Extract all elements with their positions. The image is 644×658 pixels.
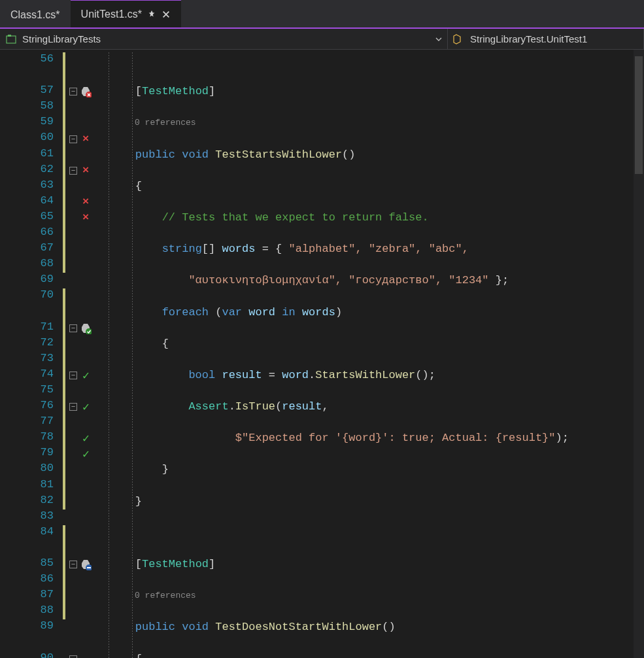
fold-toggle[interactable]: − [69, 372, 77, 379]
codelens[interactable]: 0 references [109, 588, 644, 604]
project-icon [5, 33, 17, 45]
class-icon [453, 33, 465, 45]
codelens[interactable]: 0 references [109, 115, 644, 131]
tab-bar: Class1.cs* UnitTest1.cs* [0, 0, 644, 29]
chevron-down-icon [435, 33, 442, 44]
editor-margin: − −× −× × × − −✓ −✓ ✓ ✓ [63, 50, 109, 658]
pass-check-icon: ✓ [82, 447, 90, 461]
fold-toggle[interactable]: − [69, 403, 77, 411]
line-number: 56 [0, 52, 63, 68]
scrollbar-thumb[interactable] [635, 56, 643, 174]
svg-rect-5 [87, 567, 91, 568]
vertical-scrollbar[interactable] [634, 50, 644, 658]
tab-class1[interactable]: Class1.cs* [0, 3, 71, 27]
close-icon[interactable] [161, 10, 171, 19]
pin-icon[interactable] [147, 10, 156, 19]
navigation-bar: StringLibraryTests StringLibraryTest.Uni… [0, 29, 644, 50]
nav-class-label: StringLibraryTest.UnitTest1 [470, 33, 587, 44]
fold-toggle[interactable]: − [69, 167, 77, 175]
tab-unittest1[interactable]: UnitTest1.cs* [71, 0, 181, 27]
fail-x-icon: × [82, 133, 89, 145]
tab-label: UnitTest1.cs* [81, 9, 142, 20]
line-number-gutter: 56 57 58 59 60 61 62 63 64 65 66 67 68 6… [0, 50, 63, 658]
fold-toggle[interactable]: − [69, 88, 77, 95]
fail-x-icon: × [82, 164, 89, 177]
pass-check-icon: ✓ [82, 368, 90, 383]
test-notrun-icon [80, 559, 92, 570]
nav-project-dropdown[interactable]: StringLibraryTests [0, 29, 448, 49]
fail-x-icon: × [82, 211, 89, 224]
pass-check-icon: ✓ [82, 400, 90, 414]
fold-toggle[interactable]: − [69, 561, 77, 568]
svg-rect-1 [8, 35, 11, 37]
svg-rect-0 [7, 36, 16, 43]
notrun-dash-icon: — [82, 651, 90, 658]
code-area[interactable]: [TestMethod] 0 references public void Te… [109, 50, 644, 658]
fail-x-icon: × [82, 196, 89, 208]
test-fail-icon [80, 86, 92, 97]
nav-class-dropdown[interactable]: StringLibraryTest.UnitTest1 [448, 29, 644, 49]
test-pass-icon [80, 322, 92, 334]
tab-label: Class1.cs* [10, 9, 60, 21]
nav-project-label: StringLibraryTests [22, 33, 101, 44]
code-editor[interactable]: 56 57 58 59 60 61 62 63 64 65 66 67 68 6… [0, 50, 644, 658]
fold-toggle[interactable]: − [69, 324, 77, 332]
pass-check-icon: ✓ [82, 431, 90, 445]
fold-toggle[interactable]: − [69, 135, 77, 143]
fold-toggle[interactable]: − [69, 655, 77, 658]
